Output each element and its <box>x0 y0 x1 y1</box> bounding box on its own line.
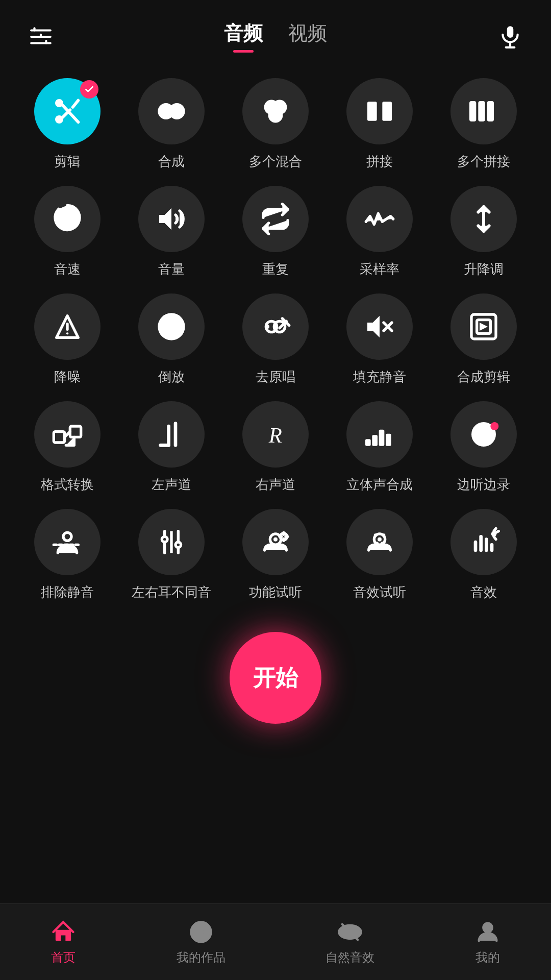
svg-line-89 <box>496 531 498 533</box>
grid-item-pitch[interactable]: 升降调 <box>437 186 531 278</box>
grid-item-sample-rate[interactable]: 采样率 <box>333 186 427 278</box>
svg-point-25 <box>66 217 69 220</box>
svg-point-56 <box>478 432 482 436</box>
label-compose: 合成 <box>158 153 185 170</box>
grid-item-func-listen[interactable]: 功能试听 <box>229 509 322 601</box>
label-splice: 拼接 <box>366 153 393 170</box>
svg-rect-21 <box>470 102 475 120</box>
label-lr-diff: 左右耳不同音 <box>132 583 211 601</box>
tab-group: 音频 视频 <box>224 20 327 53</box>
tab-video[interactable]: 视频 <box>288 20 327 53</box>
svg-text:R: R <box>268 423 282 447</box>
grid-item-repeat[interactable]: 重复 <box>229 186 322 278</box>
tab-audio[interactable]: 音频 <box>224 20 263 53</box>
nav-nature-effect[interactable]: 自然音效 <box>325 919 374 966</box>
nav-profile-label: 我的 <box>475 949 500 966</box>
svg-rect-45 <box>70 426 81 437</box>
label-denoise: 降噪 <box>54 368 81 386</box>
label-multi-mix: 多个混合 <box>249 153 302 170</box>
svg-point-59 <box>63 532 71 541</box>
grid-item-fill-mute[interactable]: 填充静音 <box>333 293 427 386</box>
svg-point-30 <box>66 332 68 334</box>
svg-line-13 <box>73 101 79 107</box>
svg-rect-20 <box>382 102 392 120</box>
label-sample-rate: 采样率 <box>360 260 399 278</box>
label-remove-vocal: 去原唱 <box>256 368 295 386</box>
grid-item-denoise[interactable]: 降噪 <box>20 293 114 386</box>
start-button[interactable]: 开始 <box>230 632 321 724</box>
label-right-channel: 右声道 <box>256 476 295 494</box>
svg-rect-6 <box>507 26 514 38</box>
svg-point-15 <box>170 105 184 118</box>
label-repeat: 重复 <box>262 260 289 278</box>
grid-item-splice[interactable]: 拼接 <box>333 78 427 170</box>
label-func-listen: 功能试听 <box>249 583 302 601</box>
svg-rect-54 <box>386 434 390 445</box>
grid-item-effect[interactable]: 音效 <box>437 509 531 601</box>
grid-item-multi-splice[interactable]: 多个拼接 <box>437 78 531 170</box>
grid-item-stereo[interactable]: 立体声合成 <box>333 401 427 494</box>
grid-item-left-channel[interactable]: 左声道 <box>124 401 218 494</box>
label-speed: 音速 <box>54 260 81 278</box>
label-cut: 剪辑 <box>54 153 81 170</box>
grid-item-reverse[interactable]: 倒放 <box>124 293 218 386</box>
svg-rect-44 <box>54 432 64 443</box>
svg-point-58 <box>490 422 498 430</box>
svg-point-78 <box>378 537 382 542</box>
svg-rect-53 <box>380 430 384 445</box>
label-reverse: 倒放 <box>158 368 185 386</box>
svg-rect-23 <box>488 102 493 120</box>
label-effect-listen: 音效试听 <box>353 583 406 601</box>
svg-rect-22 <box>479 102 485 120</box>
label-multi-splice: 多个拼接 <box>457 153 510 170</box>
nav-profile[interactable]: 我的 <box>474 919 501 966</box>
nav-home[interactable]: 首页 <box>50 919 77 966</box>
svg-line-88 <box>494 528 496 531</box>
svg-point-57 <box>486 432 490 436</box>
grid-item-compose-cut[interactable]: 合成剪辑 <box>437 293 531 386</box>
svg-line-90 <box>494 536 496 539</box>
settings-icon[interactable] <box>26 21 56 52</box>
grid-item-exclude-mute[interactable]: 排除静音 <box>20 509 114 601</box>
label-effect: 音效 <box>470 583 497 601</box>
grid-item-speed[interactable]: 音速 <box>20 186 114 278</box>
label-left-channel: 左声道 <box>152 476 191 494</box>
label-compose-cut: 合成剪辑 <box>457 368 510 386</box>
label-pitch: 升降调 <box>464 260 504 278</box>
label-exclude-mute: 排除静音 <box>41 583 94 601</box>
svg-rect-51 <box>366 440 370 446</box>
label-format-convert: 格式转换 <box>41 476 94 494</box>
grid-item-effect-listen[interactable]: 音效试听 <box>333 509 427 601</box>
grid-item-lr-diff[interactable]: 左右耳不同音 <box>124 509 218 601</box>
grid-item-format-convert[interactable]: 格式转换 <box>20 401 114 494</box>
label-volume: 音量 <box>158 260 185 278</box>
nav-nature-effect-label: 自然音效 <box>325 949 374 966</box>
grid-item-right-channel[interactable]: R 右声道 <box>229 401 322 494</box>
nav-home-label: 首页 <box>51 949 76 966</box>
grid-item-volume[interactable]: 音量 <box>124 186 218 278</box>
svg-point-71 <box>273 537 278 542</box>
header: 音频 视频 <box>0 0 551 63</box>
label-stereo: 立体声合成 <box>346 476 413 494</box>
svg-marker-43 <box>480 323 488 331</box>
label-listen-record: 边听边录 <box>457 476 510 494</box>
grid-item-compose[interactable]: 合成 <box>124 78 218 170</box>
grid-item-multi-mix[interactable]: 多个混合 <box>229 78 322 170</box>
bottom-navigation: 首页 我的作品 自然音效 我的 <box>0 903 551 980</box>
svg-rect-52 <box>373 436 377 446</box>
svg-rect-19 <box>367 102 377 120</box>
nav-my-works[interactable]: 我的作品 <box>177 919 226 966</box>
svg-marker-26 <box>159 208 171 230</box>
svg-point-95 <box>483 923 492 932</box>
grid-item-cut[interactable]: 剪辑 <box>20 78 114 170</box>
grid-item-remove-vocal[interactable]: 去原唱 <box>229 293 322 386</box>
nav-my-works-label: 我的作品 <box>177 949 226 966</box>
start-button-container: 开始 <box>0 632 551 724</box>
microphone-icon[interactable] <box>495 21 525 52</box>
svg-marker-38 <box>367 316 380 338</box>
feature-grid: 剪辑 合成 多个混合 拼接 <box>0 63 551 601</box>
svg-point-18 <box>269 109 282 121</box>
label-fill-mute: 填充静音 <box>353 368 406 386</box>
grid-item-listen-record[interactable]: 边听边录 <box>437 401 531 494</box>
